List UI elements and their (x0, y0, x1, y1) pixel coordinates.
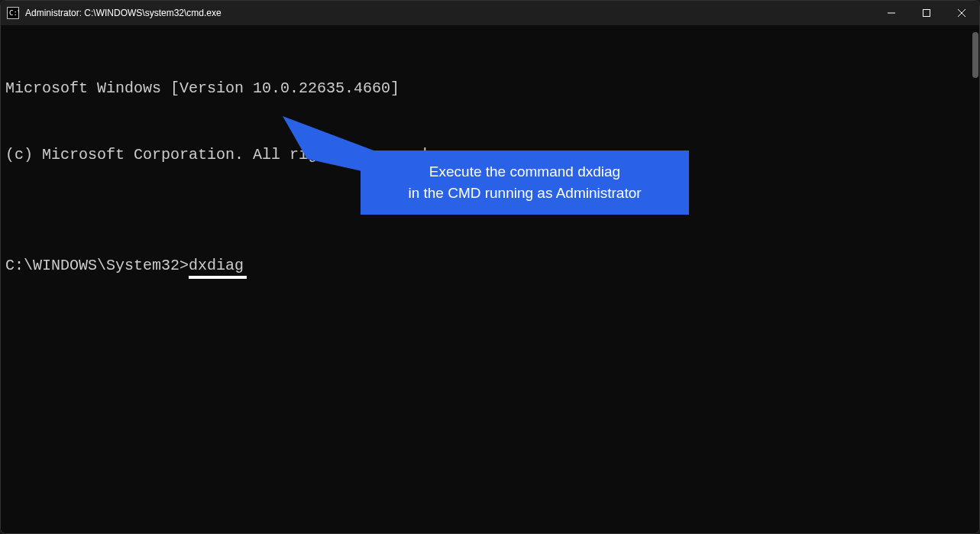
version-line: Microsoft Windows [Version 10.0.22635.46… (5, 77, 975, 99)
close-button[interactable] (944, 1, 979, 25)
svg-text:C:\: C:\ (9, 9, 19, 17)
prompt-path: C:\WINDOWS\System32> (5, 257, 189, 274)
svg-rect-4 (923, 10, 930, 17)
prompt-line: C:\WINDOWS\System32>dxdiag (5, 254, 975, 277)
cmd-icon: C:\ (7, 7, 19, 19)
window-title: Administrator: C:\WINDOWS\system32\cmd.e… (25, 8, 874, 18)
callout-text-line1: Execute the command dxdiag (429, 161, 620, 183)
callout-text-line2: in the CMD running as Administrator (408, 183, 641, 205)
window-controls (874, 1, 979, 25)
maximize-button[interactable] (909, 1, 944, 25)
terminal-output[interactable]: Microsoft Windows [Version 10.0.22635.46… (1, 25, 979, 533)
scrollbar-thumb[interactable] (972, 32, 978, 78)
annotation-callout: Execute the command dxdiag in the CMD ru… (361, 150, 689, 215)
titlebar[interactable]: C:\ Administrator: C:\WINDOWS\system32\c… (1, 1, 979, 25)
cmd-window: C:\ Administrator: C:\WINDOWS\system32\c… (0, 0, 980, 534)
typed-command: dxdiag (189, 254, 244, 277)
minimize-button[interactable] (874, 1, 909, 25)
